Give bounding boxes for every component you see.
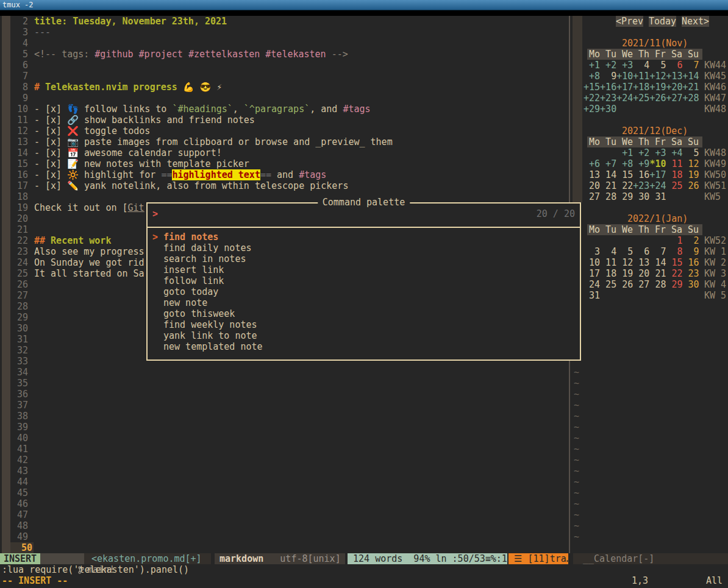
calendar-day[interactable]: 26: [616, 279, 633, 290]
palette-item[interactable]: search in notes: [148, 253, 580, 264]
calendar-scroll-strip[interactable]: [573, 16, 582, 202]
calendar-day[interactable]: 16: [633, 169, 649, 180]
editor-line[interactable]: 2title: Tuesday, November 23th, 2021: [0, 16, 567, 27]
calendar-day[interactable]: 27: [583, 191, 600, 202]
calendar-day[interactable]: +11: [633, 71, 649, 82]
editor-line[interactable]: 10- [x] 👣 follow links to `#headings`, `…: [0, 104, 567, 115]
prev-month-button[interactable]: <Prev: [616, 16, 643, 27]
calendar-day[interactable]: 10: [583, 257, 600, 268]
calendar-day[interactable]: 5: [649, 60, 666, 71]
calendar-day[interactable]: 24: [583, 279, 600, 290]
editor-line[interactable]: 3---: [0, 27, 567, 38]
calendar-day[interactable]: 6: [633, 246, 649, 257]
editor-line[interactable]: 38: [0, 411, 567, 422]
editor-line[interactable]: 9: [0, 93, 567, 104]
calendar-day[interactable]: 17: [583, 268, 600, 279]
calendar-day[interactable]: 27: [633, 279, 649, 290]
calendar-day[interactable]: 12: [683, 158, 699, 169]
calendar-day[interactable]: +16: [600, 82, 616, 93]
calendar-day[interactable]: +1: [616, 147, 633, 158]
editor-line[interactable]: 4: [0, 38, 567, 49]
calendar-day[interactable]: 5: [616, 246, 633, 257]
calendar-day[interactable]: +14: [683, 71, 699, 82]
calendar-day[interactable]: +2: [600, 60, 616, 71]
editor-line[interactable]: 40: [0, 433, 567, 444]
editor-line[interactable]: 7: [0, 71, 567, 82]
calendar-day[interactable]: 25: [666, 180, 682, 191]
calendar-day[interactable]: 7: [683, 60, 699, 71]
calendar-day[interactable]: 22: [666, 268, 682, 279]
calendar-day[interactable]: 31: [583, 290, 600, 301]
calendar-day[interactable]: 5: [683, 147, 699, 158]
palette-item[interactable]: goto thisweek: [148, 308, 580, 319]
palette-item[interactable]: >find notes: [148, 232, 580, 243]
calendar-day[interactable]: 15: [666, 257, 682, 268]
calendar-day[interactable]: 6: [666, 60, 682, 71]
calendar-day[interactable]: 29: [616, 191, 633, 202]
calendar-day[interactable]: 31: [649, 191, 666, 202]
calendar-day[interactable]: +24: [649, 180, 666, 191]
calendar-day[interactable]: +6: [583, 158, 600, 169]
editor-line[interactable]: 34: [0, 367, 567, 378]
calendar-day[interactable]: 13: [633, 257, 649, 268]
calendar-day[interactable]: 7: [649, 246, 666, 257]
editor-line[interactable]: 8# Telekasten.nvim progress 💪 😎 ⚡: [0, 82, 567, 93]
calendar-day[interactable]: 18: [600, 268, 616, 279]
calendar-day[interactable]: 28: [600, 191, 616, 202]
calendar-day[interactable]: +13: [666, 71, 682, 82]
calendar-day[interactable]: 12: [616, 257, 633, 268]
calendar-day[interactable]: 21: [600, 180, 616, 191]
calendar-day[interactable]: +8: [583, 71, 600, 82]
calendar-day[interactable]: +23: [633, 180, 649, 191]
palette-item[interactable]: goto today: [148, 286, 580, 297]
editor-line[interactable]: 36: [0, 389, 567, 400]
editor-line[interactable]: 41: [0, 444, 567, 455]
calendar-day[interactable]: +24: [616, 93, 633, 104]
editor-line[interactable]: 15- [x] 📝 new notes with template picker: [0, 158, 567, 169]
palette-prompt-input[interactable]: >: [152, 208, 158, 219]
calendar-day[interactable]: 2: [683, 235, 699, 246]
calendar-day[interactable]: 25: [600, 279, 616, 290]
editor-line[interactable]: 18: [0, 191, 567, 202]
calendar-day[interactable]: 15: [616, 169, 633, 180]
editor-line[interactable]: 48: [0, 520, 567, 531]
calendar-day[interactable]: +1: [583, 60, 600, 71]
calendar-day[interactable]: 29: [666, 279, 682, 290]
palette-item[interactable]: new note: [148, 297, 580, 308]
calendar-day[interactable]: 11: [600, 257, 616, 268]
calendar-day[interactable]: 8: [666, 246, 682, 257]
calendar-day[interactable]: +29: [583, 104, 600, 115]
calendar-day[interactable]: *10: [649, 158, 666, 169]
calendar-day[interactable]: 30: [683, 279, 699, 290]
editor-line[interactable]: 45: [0, 487, 567, 498]
editor-line[interactable]: 12- [x] ❌ toggle todos: [0, 126, 567, 136]
calendar-day[interactable]: +3: [649, 147, 666, 158]
today-button[interactable]: Today: [649, 16, 676, 27]
calendar-day[interactable]: +27: [666, 93, 682, 104]
calendar-day[interactable]: +9: [633, 158, 649, 169]
editor-line[interactable]: 43: [0, 466, 567, 476]
calendar-day[interactable]: +30: [600, 104, 616, 115]
calendar-day[interactable]: +22: [583, 93, 600, 104]
editor-line[interactable]: 37: [0, 400, 567, 411]
calendar-day[interactable]: +15: [583, 82, 600, 93]
editor-line[interactable]: 6: [0, 60, 567, 71]
calendar-day[interactable]: 21: [649, 268, 666, 279]
palette-item[interactable]: new templated note: [148, 341, 580, 352]
editor-line[interactable]: 39: [0, 422, 567, 433]
calendar-day[interactable]: +25: [633, 93, 649, 104]
calendar-day[interactable]: +21: [683, 82, 699, 93]
calendar-day[interactable]: +19: [649, 82, 666, 93]
calendar-day[interactable]: +7: [600, 158, 616, 169]
editor-line[interactable]: 42: [0, 455, 567, 466]
calendar-day[interactable]: 19: [683, 169, 699, 180]
editor-line[interactable]: 46: [0, 498, 567, 509]
calendar-day[interactable]: 9: [600, 71, 616, 82]
editor-line[interactable]: 50: [0, 542, 567, 553]
calendar-day[interactable]: 28: [649, 279, 666, 290]
calendar-day[interactable]: 19: [616, 268, 633, 279]
calendar-day[interactable]: 1: [666, 235, 682, 246]
editor-line[interactable]: 44: [0, 476, 567, 487]
next-month-button[interactable]: Next>: [682, 16, 709, 27]
calendar-day[interactable]: 26: [683, 180, 699, 191]
